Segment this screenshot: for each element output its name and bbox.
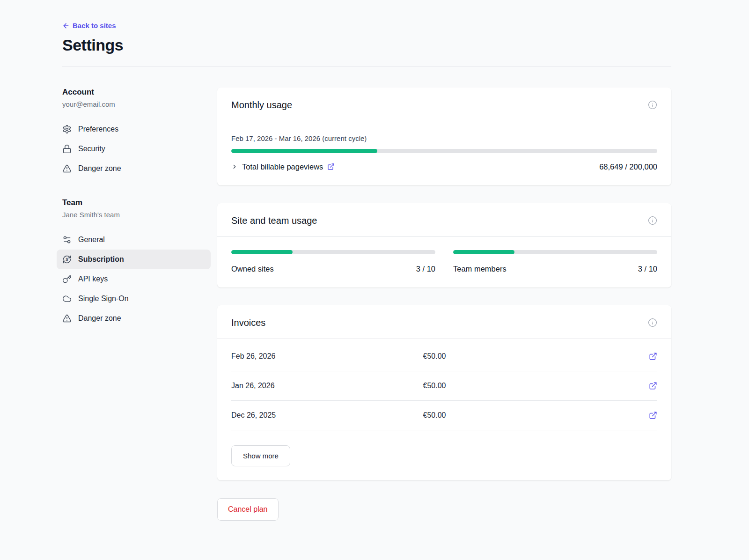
owned-sites-label: Owned sites xyxy=(231,265,274,273)
team-members-usage: Team members 3 / 10 xyxy=(453,250,657,273)
billable-pageviews-value: 68,649 / 200,000 xyxy=(599,162,657,171)
sidebar-item-api-keys[interactable]: API keys xyxy=(57,269,211,289)
invoice-row: Feb 26, 2026 €50.00 xyxy=(231,342,657,371)
billable-pageviews-expander[interactable]: Total billable pageviews xyxy=(231,162,335,171)
info-icon[interactable] xyxy=(648,318,657,327)
team-members-progress-track xyxy=(453,250,657,254)
owned-sites-progress-track xyxy=(231,250,435,254)
info-icon[interactable] xyxy=(648,100,657,110)
sidebar-item-general[interactable]: General xyxy=(57,230,211,250)
invoice-date: Dec 26, 2025 xyxy=(231,411,423,420)
billable-pageviews-label: Total billable pageviews xyxy=(242,162,323,171)
cancel-plan-button[interactable]: Cancel plan xyxy=(217,498,279,521)
invoice-external-link-icon[interactable] xyxy=(649,352,657,361)
site-team-usage-title: Site and team usage xyxy=(231,215,317,226)
account-section: Account your@email.com Preferences Secur… xyxy=(62,88,217,178)
sidebar-item-preferences[interactable]: Preferences xyxy=(57,119,211,139)
pageviews-progress-track xyxy=(231,149,657,153)
team-name: Jane Smith's team xyxy=(62,211,217,219)
warning-triangle-icon xyxy=(62,314,72,323)
owned-sites-progress-fill xyxy=(231,250,293,254)
page-title: Settings xyxy=(62,36,671,54)
sidebar-item-single-sign-on[interactable]: Single Sign-On xyxy=(57,289,211,309)
monthly-usage-title: Monthly usage xyxy=(231,100,292,111)
sidebar-item-label: Danger zone xyxy=(78,164,121,173)
gear-icon xyxy=(62,125,72,134)
invoice-row: Dec 26, 2025 €50.00 xyxy=(231,401,657,430)
monthly-usage-card: Monthly usage Feb 17, 2026 - Mar 16, 202… xyxy=(217,88,671,185)
settings-sidebar: Account your@email.com Preferences Secur… xyxy=(62,88,217,521)
info-icon[interactable] xyxy=(648,216,657,225)
team-members-progress-fill xyxy=(453,250,514,254)
invoice-row: Jan 26, 2026 €50.00 xyxy=(231,371,657,401)
owned-sites-value: 3 / 10 xyxy=(416,265,435,273)
lock-icon xyxy=(62,144,72,154)
sidebar-item-subscription[interactable]: Subscription xyxy=(57,250,211,269)
sidebar-item-label: Preferences xyxy=(78,125,118,133)
sidebar-item-label: API keys xyxy=(78,275,108,283)
sidebar-item-team-danger-zone[interactable]: Danger zone xyxy=(57,309,211,328)
subscription-panel: Monthly usage Feb 17, 2026 - Mar 16, 202… xyxy=(217,88,671,521)
site-team-usage-card: Site and team usage Owned sites 3 / 10 xyxy=(217,203,671,287)
refresh-dollar-icon xyxy=(62,255,72,264)
invoice-external-link-icon[interactable] xyxy=(649,382,657,390)
sidebar-item-label: Danger zone xyxy=(78,314,121,323)
team-heading: Team xyxy=(62,198,217,207)
back-link-label: Back to sites xyxy=(73,22,116,29)
invoice-external-link-icon[interactable] xyxy=(649,411,657,420)
invoice-amount: €50.00 xyxy=(423,382,646,390)
external-link-icon[interactable] xyxy=(327,163,335,170)
invoice-date: Jan 26, 2026 xyxy=(231,382,423,390)
team-members-label: Team members xyxy=(453,265,507,273)
team-section: Team Jane Smith's team General Subscript… xyxy=(62,198,217,328)
sidebar-item-security[interactable]: Security xyxy=(57,139,211,159)
key-icon xyxy=(62,274,72,284)
cloud-icon xyxy=(62,294,72,303)
warning-triangle-icon xyxy=(62,164,72,173)
account-email: your@email.com xyxy=(62,100,217,108)
settings-page: Back to sites Settings Account your@emai… xyxy=(0,0,749,521)
show-more-button[interactable]: Show more xyxy=(231,445,290,466)
invoice-amount: €50.00 xyxy=(423,411,646,420)
invoices-card: Invoices Feb 26, 2026 €50.00 Jan 26, 202… xyxy=(217,305,671,480)
back-to-sites-link[interactable]: Back to sites xyxy=(62,22,116,29)
owned-sites-usage: Owned sites 3 / 10 xyxy=(231,250,435,273)
chevron-right-icon xyxy=(231,163,238,170)
invoices-title: Invoices xyxy=(231,317,265,328)
arrow-left-icon xyxy=(62,22,70,29)
sidebar-item-label: Subscription xyxy=(78,255,124,264)
pageviews-progress-fill xyxy=(231,149,377,153)
header-divider xyxy=(62,66,671,67)
team-members-value: 3 / 10 xyxy=(638,265,657,273)
account-heading: Account xyxy=(62,88,217,97)
sidebar-item-account-danger-zone[interactable]: Danger zone xyxy=(57,159,211,178)
sidebar-item-label: Security xyxy=(78,145,105,153)
billing-cycle-label: Feb 17, 2026 - Mar 16, 2026 (current cyc… xyxy=(231,134,657,142)
invoice-amount: €50.00 xyxy=(423,352,646,361)
sidebar-item-label: Single Sign-On xyxy=(78,295,129,303)
sliders-icon xyxy=(62,235,72,244)
invoice-date: Feb 26, 2026 xyxy=(231,352,423,361)
sidebar-item-label: General xyxy=(78,236,105,244)
